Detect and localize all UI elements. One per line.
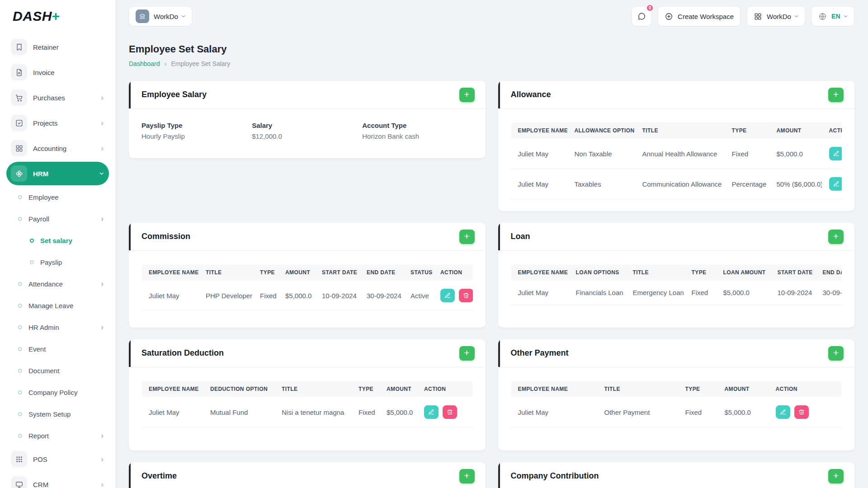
table-cell: $5,000.0 [716,281,770,305]
workspace-avatar-icon [136,9,149,23]
sidebar-item-crm[interactable]: CRM › [6,473,109,488]
table-cell: Nisi a tenetur magna [274,397,351,427]
field-value: $12,000.0 [252,132,362,140]
sidebar-item-pos[interactable]: POS › [6,447,109,471]
card-header: Overtime + [129,462,486,488]
table-cell: Juliet May [142,397,203,427]
workspace-menu-button[interactable]: WorkDo › [747,6,805,26]
add-employee-salary-button[interactable]: + [459,88,475,102]
messages-button[interactable]: 0 [632,6,651,26]
edit-button[interactable] [829,147,842,160]
bullet-icon [18,282,22,286]
card-title: Loan [511,232,530,241]
chevron-right-icon: › [101,144,104,152]
chevron-right-icon: › [101,119,104,127]
card-header: Other Payment + [498,339,855,367]
table-cell: Communication Allowance [635,169,725,199]
sidebar-item-system-setup[interactable]: System Setup [8,404,109,424]
sidebar-item-label: POS [33,455,47,463]
language-selector[interactable]: EN › [811,6,854,26]
table-cell: Emergency Loan [626,281,684,305]
sidebar-item-event[interactable]: Event [8,339,109,359]
column-header: EMPLOYEE NAME [511,122,567,139]
delete-button[interactable] [443,405,457,419]
breadcrumb: Dashboard › Employee Set Salary [129,60,854,67]
bullet-icon [18,412,22,416]
table-row: Juliet May Other Payment Fixed $5,000.0 [511,397,842,427]
sidebar-item-payslip[interactable]: Payslip [8,252,109,272]
card-title: Saturation Deduction [142,348,224,358]
bullet-icon [18,347,22,351]
column-header: EMPLOYEE NAME [142,264,198,281]
column-header: TYPE [725,122,769,139]
sidebar-item-invoice[interactable]: Invoice [6,61,109,84]
sidebar-item-document[interactable]: Document [8,361,109,380]
chevron-right-icon: › [101,432,104,440]
delete-button[interactable] [794,405,809,419]
add-saturation-deduction-button[interactable]: + [459,346,475,361]
table-cell: Non Taxable [567,139,635,169]
sidebar-item-hrm[interactable]: HRM › [6,162,109,185]
edit-button[interactable] [440,289,455,302]
status-cell: Active [403,281,433,311]
add-overtime-button[interactable]: + [459,469,475,483]
create-workspace-button[interactable]: Create Workspace [658,6,741,26]
sidebar-item-report[interactable]: Report › [8,426,109,446]
column-header: TITLE [635,122,725,139]
table-header-row: EMPLOYEE NAME LOAN OPTIONS TITLE TYPE LO… [511,264,842,281]
card-title: Other Payment [511,348,569,358]
sidebar-item-payroll[interactable]: Payroll › [8,209,109,229]
sidebar-item-retainer[interactable]: Retainer [6,35,109,59]
table-cell: Fixed [684,281,716,305]
table-cell: 10-09-2024 [315,281,359,311]
crm-icon [11,476,27,488]
delete-button[interactable] [459,289,473,302]
loan-card: Loan + EMPLOYEE NAME LOAN OPTIONS TITLE … [498,223,855,328]
edit-button[interactable] [829,177,842,191]
sidebar-item-purchases[interactable]: Purchases › [6,86,109,109]
card-header: Saturation Deduction + [129,339,486,367]
add-commission-button[interactable]: + [459,230,475,244]
workspace-menu-label: WorkDo [767,13,791,20]
allowance-table: EMPLOYEE NAME ALLOWANCE OPTION TITLE TYP… [511,122,842,199]
sidebar-item-manage-leave[interactable]: Manage Leave [8,296,109,315]
field-label: Account Type [362,122,472,129]
workspace-switcher[interactable]: WorkDo › [129,6,192,26]
add-loan-button[interactable]: + [828,230,844,244]
company-contribution-card: Company Contribution + [498,462,855,488]
table-cell: Percentage [725,169,769,199]
table-row: Juliet May PHP Developer Fixed $5,000.0 … [142,281,473,311]
saturation-deduction-table: EMPLOYEE NAME DEDUCTION OPTION TITLE TYP… [142,381,473,427]
chevron-down-icon: › [180,15,188,18]
sidebar-item-projects[interactable]: Projects › [6,111,109,135]
add-other-payment-button[interactable]: + [828,346,844,361]
commission-table: EMPLOYEE NAME TITLE TYPE AMOUNT START DA… [142,264,473,311]
column-header: DEDUCTION OPTION [203,381,274,397]
card-title: Commission [142,232,190,241]
logo-text: DASH [13,9,52,24]
add-allowance-button[interactable]: + [828,88,844,102]
edit-button[interactable] [776,405,790,419]
language-label: EN [831,13,840,20]
edit-button[interactable] [424,405,439,419]
dash-logo[interactable]: DASH + [0,0,115,33]
table-header-row: EMPLOYEE NAME TITLE TYPE AMOUNT START DA… [142,264,473,281]
table-cell: Fixed [351,397,379,427]
table-cell: $5,000.0 [717,397,769,427]
chevron-right-icon: › [101,455,104,463]
sidebar-item-employee[interactable]: Employee [8,187,109,207]
add-company-contribution-button[interactable]: + [828,469,844,483]
breadcrumb-dashboard-link[interactable]: Dashboard [129,60,160,67]
table-cell-actions [822,169,842,199]
field-payslip-type: Payslip Type Hourly Payslip [142,122,252,140]
sidebar-item-set-salary[interactable]: Set salary [8,230,109,250]
sidebar-item-attendance[interactable]: Attendance › [8,274,109,294]
sidebar-item-label: Invoice [33,69,55,76]
sidebar-item-company-policy[interactable]: Company Policy [8,382,109,402]
breadcrumb-separator-icon: › [165,60,167,67]
sidebar-item-hr-admin[interactable]: HR Admin › [8,317,109,337]
field-value: Hourly Payslip [142,132,252,140]
sidebar-item-label: Set salary [40,237,72,244]
sidebar-item-label: Attendance [28,280,63,288]
sidebar-item-accounting[interactable]: Accounting › [6,136,109,160]
